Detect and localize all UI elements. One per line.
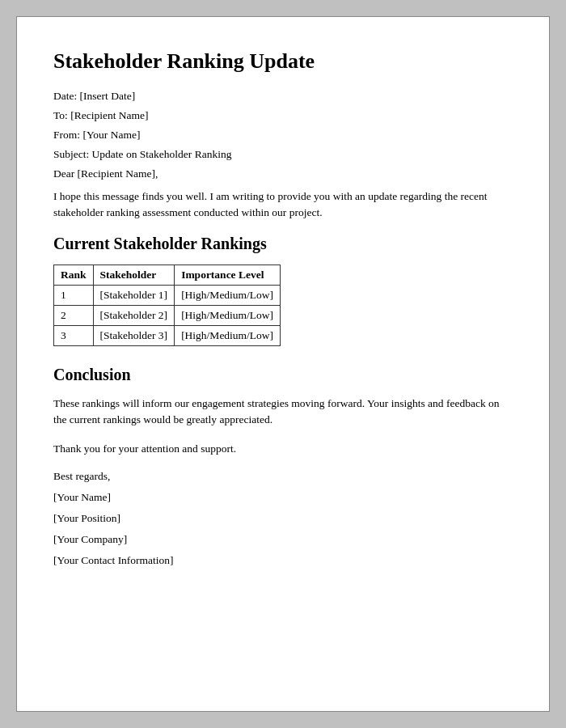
thank-you-line: Thank you for your attention and support… bbox=[53, 441, 513, 457]
rankings-heading: Current Stakeholder Rankings bbox=[53, 235, 513, 253]
from-line: From: [Your Name] bbox=[53, 129, 513, 142]
sig-position: [Your Position] bbox=[53, 512, 513, 525]
conclusion-heading: Conclusion bbox=[53, 366, 513, 384]
document-title: Stakeholder Ranking Update bbox=[53, 49, 513, 74]
table-cell-0-2: [High/Medium/Low] bbox=[175, 285, 281, 305]
conclusion-paragraph: These rankings will inform our engagemen… bbox=[53, 396, 513, 429]
col-importance: Importance Level bbox=[175, 265, 281, 285]
col-stakeholder: Stakeholder bbox=[93, 265, 175, 285]
table-cell-0-0: 1 bbox=[54, 285, 94, 305]
sig-company: [Your Company] bbox=[53, 533, 513, 546]
date-line: Date: [Insert Date] bbox=[53, 90, 513, 103]
table-cell-0-1: [Stakeholder 1] bbox=[93, 285, 175, 305]
closing-line: Best regards, bbox=[53, 470, 513, 483]
salutation: Dear [Recipient Name], bbox=[53, 167, 513, 180]
intro-paragraph: I hope this message finds you well. I am… bbox=[53, 188, 513, 222]
table-cell-1-1: [Stakeholder 2] bbox=[93, 305, 175, 325]
table-row: 1[Stakeholder 1][High/Medium/Low] bbox=[54, 285, 281, 305]
sig-name: [Your Name] bbox=[53, 491, 513, 504]
table-row: 2[Stakeholder 2][High/Medium/Low] bbox=[54, 305, 281, 325]
table-cell-1-0: 2 bbox=[54, 305, 94, 325]
table-cell-1-2: [High/Medium/Low] bbox=[175, 305, 281, 325]
subject-line: Subject: Update on Stakeholder Ranking bbox=[53, 148, 513, 161]
table-cell-2-2: [High/Medium/Low] bbox=[175, 325, 281, 345]
col-rank: Rank bbox=[54, 265, 94, 285]
table-cell-2-1: [Stakeholder 3] bbox=[93, 325, 175, 345]
to-line: To: [Recipient Name] bbox=[53, 109, 513, 122]
rankings-table: Rank Stakeholder Importance Level 1[Stak… bbox=[53, 265, 281, 346]
table-cell-2-0: 3 bbox=[54, 325, 94, 345]
table-row: 3[Stakeholder 3][High/Medium/Low] bbox=[54, 325, 281, 345]
document-container: Stakeholder Ranking Update Date: [Insert… bbox=[16, 16, 550, 712]
signature-block: Best regards, [Your Name] [Your Position… bbox=[53, 470, 513, 567]
sig-contact: [Your Contact Information] bbox=[53, 554, 513, 567]
table-header-row: Rank Stakeholder Importance Level bbox=[54, 265, 281, 285]
